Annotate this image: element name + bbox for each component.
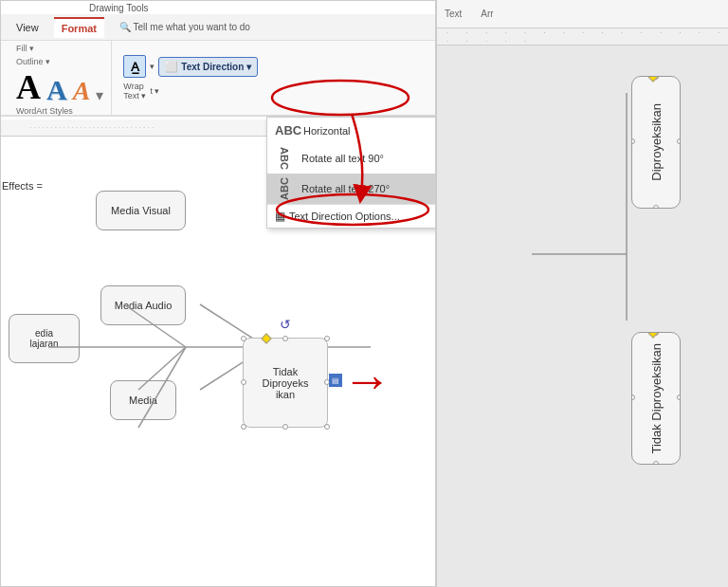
right2-handle-bl xyxy=(631,461,635,465)
rotate90-abc-icon: ABC xyxy=(275,149,294,168)
handle-tl xyxy=(241,336,246,341)
horizontal-label: Horizontal xyxy=(303,125,351,137)
right-node-diproyeksikan[interactable]: ↺ ▤ Diproyeksikan xyxy=(631,76,681,209)
tell-me-label: 🔍 Tell me what you want to do xyxy=(119,22,250,32)
tab-view[interactable]: View xyxy=(9,18,46,37)
handle-bl xyxy=(241,424,246,430)
right-handle-br xyxy=(677,205,681,209)
node-media: Media xyxy=(110,380,176,420)
right-handle-tr xyxy=(677,76,681,80)
right-svg-lines xyxy=(437,46,728,587)
handle-ml xyxy=(241,379,246,385)
fill-label: Fill ▾ xyxy=(16,44,34,53)
tidak-diproyeksikan-text: Tidak Diproyeksikan xyxy=(649,343,664,454)
rotate90-label: Rotate all text 90° xyxy=(301,153,384,164)
node-media-audio: Media Audio xyxy=(100,285,186,325)
node-tidak-diproyeksikan[interactable]: ↺ ▤ Tidak Diproyeks ikan xyxy=(243,338,328,428)
right2-handle-bc xyxy=(653,461,659,465)
node-media-visual: Media Visual xyxy=(96,191,186,230)
handle-tr xyxy=(324,336,330,341)
options-label: Text Direction Options... xyxy=(289,211,400,222)
more-text-btn[interactable]: t ▾ xyxy=(150,86,159,96)
wordart-labels-row: Fill ▾ xyxy=(16,40,103,57)
wordart-section-label: WordArt Styles xyxy=(16,106,103,116)
small-a-dropdown[interactable]: ▾ xyxy=(150,62,155,71)
ribbon-content: Fill ▾ Outline ▾ Effects = A A A ▾ WordA… xyxy=(1,41,435,117)
right-top-bar: Text Arr xyxy=(437,0,728,28)
text-tools-section: A̲ ▾ ⬜ Text Direction ▾ WrapText ▾ t ▾ xyxy=(116,55,265,101)
text-direction-dropdown: ABC Horizontal ABC Rotate all text 90° A… xyxy=(266,117,436,229)
dropdown-rotate270[interactable]: ABC Rotate all text 270° xyxy=(267,174,436,204)
effects-label: Effects = xyxy=(2,180,43,192)
wrap-text-btn[interactable]: WrapText ▾ xyxy=(123,82,146,101)
yellow-diamond-handle[interactable] xyxy=(261,333,271,343)
right-handle-mr xyxy=(677,138,681,144)
dropdown-rotate90[interactable]: ABC Rotate all text 90° xyxy=(267,143,436,174)
node-media-pembelajaran: edia lajaran xyxy=(9,314,80,363)
text-underline-btn[interactable]: A̲ xyxy=(123,55,146,78)
horizontal-abc-icon: ABC xyxy=(275,123,296,138)
tab-format[interactable]: Format xyxy=(54,17,104,38)
ruler-marks: · · · · · · · · · · · · · · · · · · · · … xyxy=(29,123,154,132)
right2-handle-mr xyxy=(677,394,681,400)
dropdown-horizontal[interactable]: ABC Horizontal xyxy=(267,118,436,143)
rotation-handle[interactable]: ↺ xyxy=(279,318,292,331)
wordart-a-orange[interactable]: A xyxy=(73,78,91,104)
right-top-arr: Arr xyxy=(481,9,493,19)
wordart-a-black[interactable]: A xyxy=(16,70,41,104)
diproyeksikan-text: Diproyeksikan xyxy=(649,103,664,181)
blue-square-icon: ▤ xyxy=(332,376,339,385)
outline-label: Outline ▾ xyxy=(16,57,103,66)
right-node-tidak[interactable]: ↺ ▤ Tidak Diproyeksikan xyxy=(631,332,681,465)
right-handle-ml xyxy=(631,138,635,144)
right2-handle-br xyxy=(677,461,681,465)
wordart-buttons: A A A ▾ xyxy=(16,70,103,104)
handle-tc xyxy=(282,336,288,341)
wordart-more[interactable]: ▾ xyxy=(96,86,103,104)
right-top-text: Text xyxy=(445,9,462,19)
right-panel: Text Arr · · · · · · · · · · · · · · · ·… xyxy=(436,0,728,587)
dropdown-options[interactable]: ▦ Text Direction Options... xyxy=(267,204,436,228)
ribbon-tabs: View Format 🔍 Tell me what you want to d… xyxy=(1,14,435,41)
right-handle-tl xyxy=(631,76,635,80)
right-ruler-marks: · · · · · · · · · · · · · · · · · · · · xyxy=(446,28,728,46)
handle-br xyxy=(324,424,330,430)
right2-handle-tl xyxy=(631,332,635,336)
wrap-row: WrapText ▾ t ▾ xyxy=(123,82,159,101)
left-panel: Drawing Tools View Format 🔍 Tell me what… xyxy=(0,0,436,587)
right2-handle-ml xyxy=(631,394,635,400)
blue-square-handle[interactable]: ▤ xyxy=(329,374,342,387)
right-ruler: · · · · · · · · · · · · · · · · · · · · xyxy=(437,28,728,46)
rotate270-abc-icon: ABC xyxy=(275,179,294,198)
rotate270-label: Rotate all text 270° xyxy=(301,183,390,194)
red-arrow: → xyxy=(342,352,391,409)
text-direction-icon: ⬜ xyxy=(165,61,178,73)
underline-row: A̲ ▾ ⬜ Text Direction ▾ xyxy=(123,55,258,78)
text-direction-button[interactable]: ⬜ Text Direction ▾ xyxy=(158,57,258,77)
options-icon: ▦ xyxy=(275,210,285,223)
wordart-section: Fill ▾ Outline ▾ Effects = A A A ▾ WordA… xyxy=(9,40,112,116)
right-handle-bc xyxy=(653,205,659,209)
wordart-a-blue[interactable]: A xyxy=(46,76,67,104)
right2-handle-tr xyxy=(677,332,681,336)
right-handle-bl xyxy=(631,205,635,209)
handle-bc xyxy=(282,424,288,430)
text-direction-label: Text Direction ▾ xyxy=(181,62,251,72)
